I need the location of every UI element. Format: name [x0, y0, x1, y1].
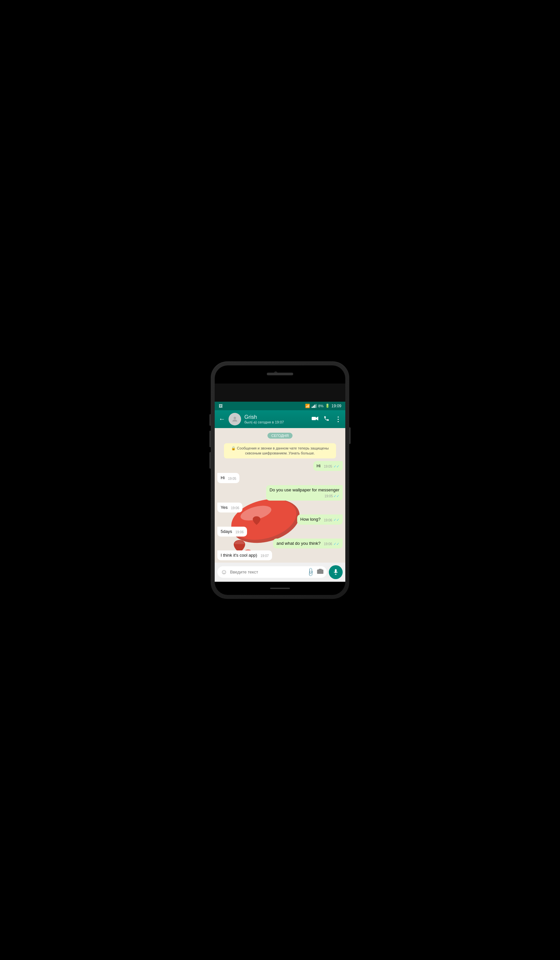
message-text: Hi — [221, 475, 225, 481]
encryption-notice: 🔒 Сообщения и звонки в данном чате тепер… — [224, 443, 336, 459]
read-receipt: ✓✓ — [333, 494, 339, 499]
battery-percent: 8% — [318, 404, 323, 408]
message-input-wrap: ☺ 📎 — [218, 566, 327, 578]
message-row: How long? 19:06 ✓✓ — [218, 514, 342, 524]
message-time: 19:05 — [325, 494, 333, 499]
video-call-button[interactable] — [312, 416, 318, 422]
silent-button[interactable] — [210, 452, 211, 469]
phone-screen: 🖼 📶 8% 🔋 19:09 ← — [215, 365, 345, 595]
message-bubble: Yes 19:06 — [218, 502, 242, 512]
battery-icon: 🔋 — [325, 404, 330, 408]
app-screen: 🖼 📶 8% 🔋 19:09 ← — [215, 402, 345, 595]
message-row: I think it's cool app) 19:07 — [218, 550, 342, 560]
message-time: 19:05 — [324, 464, 332, 469]
read-receipt: ✓✓ — [333, 541, 339, 546]
date-badge: СЕГОДНЯ — [267, 433, 293, 438]
attachment-button[interactable]: 📎 — [306, 567, 315, 577]
speaker-grille — [267, 373, 293, 375]
message-row: Yes 19:06 — [218, 502, 342, 512]
message-row: Hi 19:05 — [218, 473, 342, 483]
message-bubble: How long? 19:06 ✓✓ — [297, 514, 342, 524]
back-button[interactable]: ← — [219, 415, 225, 423]
menu-button[interactable]: ⋮ — [335, 415, 341, 423]
clock: 19:09 — [331, 404, 341, 408]
message-text: Yes — [221, 504, 227, 510]
phone-device: 🖼 📶 8% 🔋 19:09 ← — [211, 362, 349, 599]
message-bubble: 5days 19:06 — [218, 526, 247, 536]
svg-rect-1 — [312, 417, 316, 420]
status-right-area: 📶 8% 🔋 19:09 — [305, 404, 341, 408]
message-text: Hi — [317, 463, 320, 469]
message-time: 19:06 — [324, 542, 332, 546]
signal-icon — [312, 404, 317, 408]
home-indicator — [270, 588, 290, 589]
svg-rect-6 — [335, 569, 336, 573]
contact-avatar[interactable] — [229, 413, 241, 426]
status-bar: 🖼 📶 8% 🔋 19:09 — [215, 402, 345, 410]
read-receipt: ✓✓ — [333, 464, 339, 469]
message-text: 5days — [221, 529, 232, 534]
messages-container: СЕГОДНЯ 🔒 Сообщения и звонки в данном ча… — [218, 431, 342, 561]
contact-status: был(-а) сегодня в 19:07 — [245, 420, 308, 424]
message-text: I think it's cool app) — [221, 552, 257, 558]
message-row: Do you use wallpaper for messenger 19:05… — [218, 485, 342, 501]
message-text: and what do you think? — [276, 541, 320, 546]
message-bubble: and what do you think? 19:06 ✓✓ — [273, 539, 342, 549]
chat-area: СЕГОДНЯ 🔒 Сообщения и звонки в данном ча… — [215, 428, 345, 563]
message-time: 19:07 — [261, 554, 269, 558]
bottom-nav — [215, 582, 345, 595]
message-row: and what do you think? 19:06 ✓✓ — [218, 539, 342, 549]
svg-point-0 — [234, 416, 236, 419]
message-time: 19:06 — [324, 518, 332, 523]
input-bar: ☺ 📎 — [215, 563, 345, 582]
wifi-icon: 📶 — [305, 404, 310, 408]
message-input[interactable] — [230, 570, 304, 574]
call-button[interactable] — [323, 416, 330, 423]
message-row: 5days 19:06 — [218, 526, 342, 536]
mic-button[interactable] — [329, 565, 342, 579]
message-row: Hi 19:05 ✓✓ — [218, 461, 342, 471]
power-button[interactable] — [349, 427, 350, 444]
message-time: 19:06 — [235, 530, 244, 534]
read-receipt: ✓✓ — [333, 517, 339, 522]
contact-info[interactable]: Grish был(-а) сегодня в 19:07 — [245, 414, 308, 424]
notification-icon: 🖼 — [219, 404, 222, 408]
message-bubble: Hi 19:05 ✓✓ — [313, 461, 342, 471]
header-actions: ⋮ — [312, 415, 341, 423]
message-bubble: Do you use wallpaper for messenger 19:05… — [266, 485, 342, 501]
message-bubble: I think it's cool app) 19:07 — [218, 550, 272, 560]
message-bubble: Hi 19:05 — [218, 473, 240, 483]
chat-header: ← Grish был(-а) сегодня в 19:07 — [215, 410, 345, 428]
contact-name: Grish — [245, 414, 308, 420]
status-left-icons: 🖼 — [219, 404, 222, 408]
camera-button[interactable] — [317, 568, 323, 576]
emoji-button[interactable]: ☺ — [221, 568, 227, 576]
volume-up-button[interactable] — [210, 414, 211, 426]
volume-down-button[interactable] — [210, 431, 211, 447]
message-time: 19:05 — [228, 477, 236, 481]
message-time: 19:06 — [231, 506, 239, 510]
message-text: How long? — [301, 517, 320, 522]
message-text: Do you use wallpaper for messenger — [269, 487, 339, 492]
